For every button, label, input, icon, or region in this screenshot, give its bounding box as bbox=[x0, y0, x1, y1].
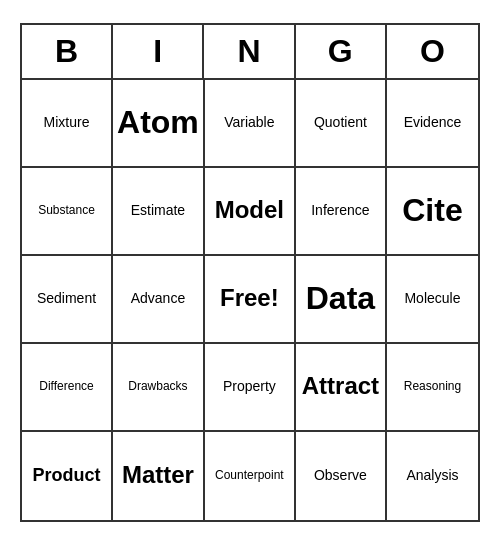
bingo-cell[interactable]: Attract bbox=[296, 344, 387, 432]
bingo-cell[interactable]: Atom bbox=[113, 80, 205, 168]
cell-text: Mixture bbox=[44, 114, 90, 131]
header-letter: O bbox=[387, 25, 478, 78]
bingo-card: BINGO MixtureAtomVariableQuotientEvidenc… bbox=[20, 23, 480, 522]
cell-text: Property bbox=[223, 378, 276, 395]
cell-text: Model bbox=[215, 196, 284, 225]
bingo-cell[interactable]: Drawbacks bbox=[113, 344, 205, 432]
cell-text: Analysis bbox=[406, 467, 458, 484]
bingo-cell[interactable]: Property bbox=[205, 344, 296, 432]
bingo-cell[interactable]: Advance bbox=[113, 256, 205, 344]
cell-text: Evidence bbox=[404, 114, 462, 131]
bingo-cell[interactable]: Model bbox=[205, 168, 296, 256]
bingo-grid: MixtureAtomVariableQuotientEvidenceSubst… bbox=[22, 80, 478, 520]
cell-text: Difference bbox=[39, 379, 93, 393]
cell-text: Free! bbox=[220, 284, 279, 313]
bingo-cell[interactable]: Quotient bbox=[296, 80, 387, 168]
cell-text: Matter bbox=[122, 461, 194, 490]
bingo-cell[interactable]: Observe bbox=[296, 432, 387, 520]
cell-text: Inference bbox=[311, 202, 369, 219]
bingo-cell[interactable]: Reasoning bbox=[387, 344, 478, 432]
bingo-cell[interactable]: Matter bbox=[113, 432, 205, 520]
bingo-cell[interactable]: Substance bbox=[22, 168, 113, 256]
cell-text: Molecule bbox=[404, 290, 460, 307]
cell-text: Attract bbox=[302, 372, 379, 401]
bingo-cell[interactable]: Cite bbox=[387, 168, 478, 256]
cell-text: Substance bbox=[38, 203, 95, 217]
cell-text: Estimate bbox=[131, 202, 185, 219]
bingo-cell[interactable]: Mixture bbox=[22, 80, 113, 168]
bingo-cell[interactable]: Inference bbox=[296, 168, 387, 256]
bingo-cell[interactable]: Data bbox=[296, 256, 387, 344]
bingo-cell[interactable]: Difference bbox=[22, 344, 113, 432]
bingo-cell[interactable]: Free! bbox=[205, 256, 296, 344]
cell-text: Drawbacks bbox=[128, 379, 187, 393]
cell-text: Variable bbox=[224, 114, 274, 131]
bingo-cell[interactable]: Counterpoint bbox=[205, 432, 296, 520]
bingo-cell[interactable]: Analysis bbox=[387, 432, 478, 520]
bingo-cell[interactable]: Molecule bbox=[387, 256, 478, 344]
cell-text: Reasoning bbox=[404, 379, 461, 393]
header-letter: N bbox=[204, 25, 295, 78]
cell-text: Data bbox=[306, 279, 375, 317]
bingo-cell[interactable]: Product bbox=[22, 432, 113, 520]
cell-text: Observe bbox=[314, 467, 367, 484]
cell-text: Product bbox=[33, 465, 101, 487]
cell-text: Quotient bbox=[314, 114, 367, 131]
bingo-cell[interactable]: Evidence bbox=[387, 80, 478, 168]
bingo-header: BINGO bbox=[22, 25, 478, 80]
header-letter: G bbox=[296, 25, 387, 78]
bingo-cell[interactable]: Sediment bbox=[22, 256, 113, 344]
cell-text: Sediment bbox=[37, 290, 96, 307]
header-letter: I bbox=[113, 25, 204, 78]
cell-text: Cite bbox=[402, 191, 462, 229]
cell-text: Advance bbox=[131, 290, 185, 307]
cell-text: Atom bbox=[117, 103, 199, 141]
cell-text: Counterpoint bbox=[215, 468, 284, 482]
bingo-cell[interactable]: Variable bbox=[205, 80, 296, 168]
bingo-cell[interactable]: Estimate bbox=[113, 168, 205, 256]
header-letter: B bbox=[22, 25, 113, 78]
